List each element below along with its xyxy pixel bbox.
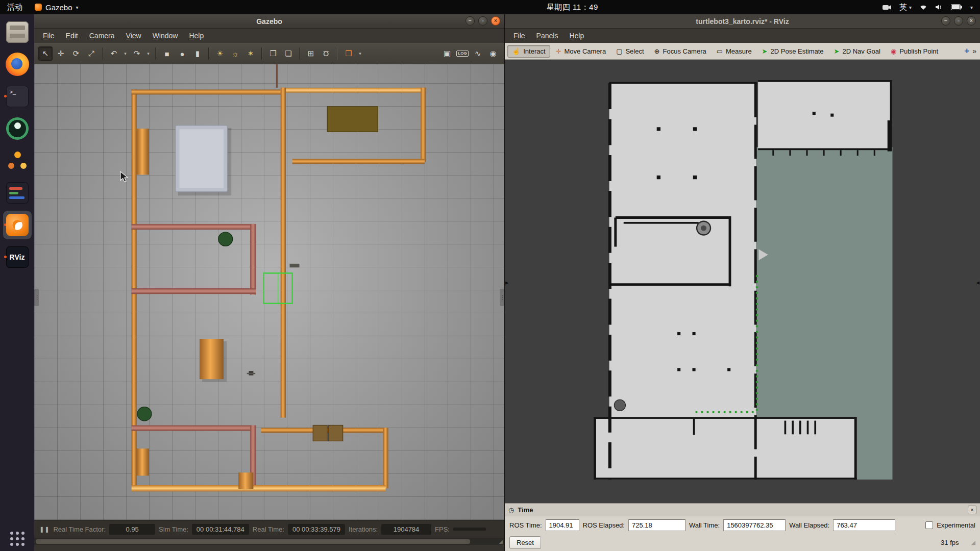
wall-elapsed-field[interactable]: 763.47	[833, 519, 895, 531]
menu-camera[interactable]: Camera	[84, 30, 120, 42]
gazebo-horizontal-scrollbar[interactable]: ◢	[34, 538, 504, 545]
menu-view[interactable]: View	[120, 30, 147, 42]
clock[interactable]: 星期四 11：49	[547, 3, 598, 12]
small-robot-model[interactable]	[247, 371, 256, 375]
slam-occupancy-map[interactable]	[505, 60, 980, 503]
maximize-button[interactable]: ▫	[954, 16, 963, 26]
rviz-3d-view[interactable]: ▸ ◂	[505, 60, 980, 503]
close-button[interactable]: ×	[491, 16, 500, 26]
dock-item-gazebo[interactable]	[3, 211, 32, 239]
menu-help[interactable]: Help	[183, 30, 209, 42]
time-panel-header[interactable]: ◷ Time ×	[505, 503, 980, 516]
battery-icon[interactable]	[951, 4, 963, 10]
ros-time-field[interactable]: 1904.91	[546, 519, 579, 531]
select-tool-button[interactable]: ↖	[38, 46, 53, 61]
dock-item-molecule-app[interactable]	[3, 146, 32, 175]
left-panel-splitter[interactable]: ⋮	[34, 289, 39, 306]
dock-item-rviz[interactable]: RViz	[3, 243, 32, 271]
pose-estimate-tool-button[interactable]: ➤ 2D Pose Estimate	[757, 45, 828, 58]
spot-light-button[interactable]: ☼	[228, 46, 242, 61]
dock-item-files[interactable]	[3, 18, 32, 46]
dock-item-firefox[interactable]	[3, 50, 32, 79]
add-tool-button[interactable]: +	[964, 46, 969, 56]
activities-button[interactable]: 活动	[7, 3, 22, 12]
log-record-button[interactable]: LOG	[455, 46, 470, 61]
menu-panels[interactable]: Panels	[531, 30, 564, 42]
redo-history-button[interactable]: ▾	[145, 46, 152, 61]
scale-tool-button[interactable]: ⤢	[84, 46, 99, 61]
orange-box-bottom-center[interactable]	[238, 472, 253, 489]
screenshot-button[interactable]: ▣	[440, 46, 454, 61]
video-record-button[interactable]: ◉	[486, 46, 500, 61]
dock-item-media-app[interactable]	[3, 179, 32, 207]
orange-box-bottom-left[interactable]	[137, 448, 149, 475]
orange-box-top-left[interactable]	[137, 129, 149, 174]
gazebo-world[interactable]	[34, 64, 504, 520]
menu-help[interactable]: Help	[564, 30, 590, 42]
show-applications-button[interactable]	[10, 532, 24, 546]
copy-button[interactable]: ❐	[266, 46, 280, 61]
maximize-button[interactable]: ▫	[478, 16, 487, 26]
small-table-2[interactable]	[329, 425, 343, 441]
menu-file[interactable]: File	[508, 30, 531, 42]
menu-window[interactable]: Window	[147, 30, 184, 42]
dock-item-globe-app[interactable]	[3, 114, 32, 143]
undo-history-button[interactable]: ▾	[122, 46, 129, 61]
view-angle-dropdown[interactable]: ▾	[357, 46, 363, 61]
orange-box-middle[interactable]	[200, 339, 224, 379]
interact-tool-button[interactable]: ☝ Interact	[507, 45, 550, 58]
grey-bar-marker[interactable]	[290, 264, 300, 267]
green-cylinder-2[interactable]	[137, 407, 152, 421]
brown-table[interactable]	[327, 107, 378, 132]
window-resize-grip-icon[interactable]: ◢	[971, 539, 975, 546]
minimize-button[interactable]: −	[941, 16, 950, 26]
views-panel-handle[interactable]: ◂	[976, 279, 979, 286]
app-menu[interactable]: Gazebo ▾	[35, 3, 79, 12]
displays-panel-handle[interactable]: ▸	[505, 279, 509, 286]
select-tool-button[interactable]: ▢ Select	[611, 45, 648, 58]
insert-cylinder-button[interactable]: ▮	[190, 46, 205, 61]
nav-goal-tool-button[interactable]: ➤ 2D Nav Goal	[829, 45, 885, 58]
volume-icon[interactable]	[935, 4, 943, 10]
experimental-checkbox[interactable]	[925, 521, 933, 529]
focus-camera-tool-button[interactable]: ⊕ Focus Camera	[650, 45, 711, 58]
gazebo-titlebar[interactable]: Gazebo − ▫ ×	[34, 14, 504, 29]
translate-tool-button[interactable]: ✛	[54, 46, 68, 61]
pause-button[interactable]: ❚❚	[39, 526, 50, 533]
menu-file[interactable]: File	[37, 30, 60, 42]
system-menu-chevron-icon[interactable]: ▾	[970, 5, 973, 10]
gazebo-3d-viewport[interactable]: ⋮ ⋮	[34, 64, 504, 520]
publish-point-tool-button[interactable]: ◉ Publish Point	[886, 45, 943, 58]
toolbar-overflow-chevron[interactable]: »	[972, 47, 976, 55]
wifi-icon[interactable]	[919, 4, 927, 10]
undo-button[interactable]: ↶	[107, 46, 121, 61]
reset-button[interactable]: Reset	[509, 536, 541, 549]
paste-button[interactable]: ❏	[281, 46, 296, 61]
move-camera-tool-button[interactable]: ✛ Move Camera	[551, 45, 611, 58]
time-panel-close-button[interactable]: ×	[968, 506, 976, 514]
green-cylinder-1[interactable]	[218, 232, 233, 246]
plot-button[interactable]: ∿	[471, 46, 485, 61]
close-button[interactable]: ×	[967, 16, 976, 26]
minimize-button[interactable]: −	[465, 16, 475, 26]
resize-grip-icon[interactable]: ◢	[499, 539, 503, 544]
view-angle-button[interactable]: ❒	[341, 46, 356, 61]
screencast-icon[interactable]	[883, 4, 892, 10]
input-method-indicator[interactable]: 英 ▾	[899, 3, 912, 12]
insert-box-button[interactable]: ■	[160, 46, 174, 61]
snap-button[interactable]: Ω	[319, 46, 333, 61]
align-button[interactable]: ⊞	[304, 46, 318, 61]
small-table-1[interactable]	[313, 425, 327, 441]
menu-edit[interactable]: Edit	[60, 30, 84, 42]
ros-elapsed-field[interactable]: 725.18	[628, 519, 685, 531]
insert-sphere-button[interactable]: ●	[175, 46, 189, 61]
measure-tool-button[interactable]: ▭ Measure	[712, 45, 756, 58]
rviz-titlebar[interactable]: turtlebot3_karto.rviz* - RViz − ▫ ×	[505, 14, 980, 29]
right-panel-splitter[interactable]: ⋮	[500, 289, 504, 306]
point-light-button[interactable]: ☀	[213, 46, 227, 61]
directional-light-button[interactable]: ✶	[243, 46, 258, 61]
scrollbar-thumb[interactable]	[36, 539, 470, 544]
rotate-tool-button[interactable]: ⟳	[69, 46, 83, 61]
dock-item-terminal[interactable]: >_	[3, 82, 32, 111]
redo-button[interactable]: ↷	[130, 46, 144, 61]
